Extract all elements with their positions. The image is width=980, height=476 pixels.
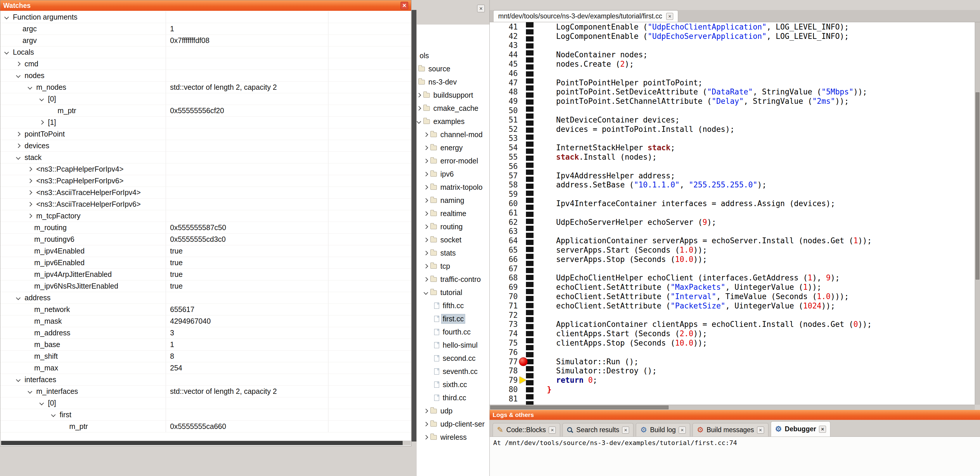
watch-row[interactable]: <ns3::AsciiTraceHelperForIpv4> <box>0 187 411 198</box>
code-text[interactable]: ApplicationContainer serverApps = echoSe… <box>547 236 872 245</box>
code-line[interactable]: 74 clientApps.Start (Seconds (2.0)); <box>490 329 975 338</box>
chevron-down-icon[interactable] <box>16 73 21 78</box>
chevron-right-icon[interactable] <box>424 409 428 414</box>
chevron-right-icon[interactable] <box>28 202 32 207</box>
tree-item[interactable]: channel-mod <box>417 128 489 141</box>
watch-row[interactable]: m_nodesstd::vector of length 2, capacity… <box>0 81 411 93</box>
tree-item[interactable]: first.cc <box>417 312 489 326</box>
code-text[interactable]: Simulator::Run (); <box>547 357 638 366</box>
close-icon[interactable]: × <box>622 426 629 434</box>
code-line[interactable]: 42 LogComponentEnable ("UdpEchoServerApp… <box>490 32 975 41</box>
tree-item[interactable]: udp <box>417 404 489 417</box>
tree-item[interactable]: examples <box>417 115 489 128</box>
watch-row[interactable]: nodes <box>0 70 411 81</box>
watch-row[interactable]: m_shift8 <box>0 351 411 362</box>
scrollbar-thumb[interactable] <box>975 93 979 280</box>
code-line[interactable]: 81 <box>490 394 975 404</box>
watch-row[interactable]: m_ipv4ArpJitterEnabledtrue <box>0 269 411 280</box>
chevron-right-icon[interactable] <box>424 238 428 243</box>
tree-item[interactable]: socket <box>417 233 489 246</box>
code-line[interactable]: 54 InternetStackHelper stack; <box>490 143 975 152</box>
watch-row[interactable]: m_ptr0x55555556cf20 <box>0 105 411 117</box>
chevron-down-icon[interactable] <box>51 412 56 417</box>
code-line[interactable]: 52 devices = pointToPoint.Install (nodes… <box>490 125 975 134</box>
code-line[interactable]: 69 echoClient.SetAttribute ("MaxPackets"… <box>490 283 975 292</box>
code-line[interactable]: 55 stack.Install (nodes); <box>490 152 975 162</box>
code-text[interactable]: } <box>547 385 552 394</box>
tree-item[interactable]: realtime <box>417 207 489 220</box>
chevron-right-icon[interactable] <box>424 198 428 203</box>
watch-row[interactable]: <ns3::AsciiTraceHelperForIpv6> <box>0 198 411 210</box>
logs-tab-debugger[interactable]: ⚙Debugger× <box>771 421 831 436</box>
watch-row[interactable]: <ns3::PcapHelperForIpv6> <box>0 175 411 187</box>
tree-item[interactable]: source <box>417 62 489 75</box>
editor-horizontal-scrollbar[interactable] <box>490 405 975 410</box>
chevron-right-icon[interactable] <box>424 264 428 269</box>
watch-row[interactable]: argv0x7fffffffdf08 <box>0 35 411 46</box>
scrollbar-thumb[interactable] <box>412 10 416 441</box>
logs-tab-code-blocks[interactable]: ✎Code::Blocks× <box>493 423 560 436</box>
code-text[interactable]: Ipv4InterfaceContainer interfaces = addr… <box>547 199 835 208</box>
watch-row[interactable]: Function arguments <box>0 11 411 23</box>
tree-item[interactable]: traffic-contro <box>417 273 489 286</box>
watch-row[interactable]: interfaces <box>0 374 411 386</box>
chevron-right-icon[interactable] <box>424 133 428 137</box>
code-line[interactable]: 76 <box>490 348 975 357</box>
chevron-right-icon[interactable] <box>424 277 428 282</box>
watch-row[interactable]: <ns3::PcapHelperForIpv4> <box>0 163 411 175</box>
watch-row[interactable]: cmd <box>0 58 411 70</box>
watch-row[interactable]: m_routingv60x5555555cd3c0 <box>0 233 411 245</box>
chevron-right-icon[interactable] <box>40 120 44 125</box>
close-icon[interactable]: × <box>757 426 764 434</box>
tree-item[interactable]: energy <box>417 141 489 154</box>
logs-titlebar[interactable]: Logs & others <box>490 410 980 420</box>
chevron-down-icon[interactable] <box>40 97 44 101</box>
code-line[interactable]: 66 serverApps.Stop (Seconds (10.0)); <box>490 255 975 264</box>
code-line[interactable]: 73 ApplicationContainer clientApps = ech… <box>490 320 975 329</box>
logs-tab-search-results[interactable]: Search results× <box>562 423 633 436</box>
chevron-down-icon[interactable] <box>16 377 21 382</box>
code-line[interactable]: 53 <box>490 134 975 143</box>
close-icon[interactable]: × <box>666 13 673 20</box>
code-text[interactable]: echoClient.SetAttribute ("Interval", Tim… <box>547 292 849 301</box>
tree-item[interactable]: matrix-topolo <box>417 181 489 194</box>
chevron-right-icon[interactable] <box>424 185 428 190</box>
code-text[interactable]: UdpEchoClientHelper echoClient (interfac… <box>547 273 840 282</box>
chevron-down-icon[interactable] <box>417 119 421 124</box>
code-text[interactable]: Simulator::Destroy (); <box>547 366 657 375</box>
watch-row[interactable]: m_base1 <box>0 339 411 351</box>
code-line[interactable]: 61 <box>490 208 975 217</box>
chevron-down-icon[interactable] <box>16 296 21 300</box>
watch-row[interactable]: pointToPoint <box>0 128 411 140</box>
code-line[interactable]: 58 address.SetBase ("10.1.1.0", "255.255… <box>490 180 975 190</box>
code-line[interactable]: 72 <box>490 310 975 320</box>
tree-item[interactable]: routing <box>417 220 489 233</box>
watch-row[interactable]: m_max254 <box>0 362 411 374</box>
code-line[interactable]: 57 Ipv4AddressHelper address; <box>490 171 975 180</box>
watch-row[interactable]: m_ipv4Enabledtrue <box>0 245 411 257</box>
code-line[interactable]: 51 NetDeviceContainer devices; <box>490 115 975 125</box>
code-text[interactable]: NodeContainer nodes; <box>547 50 648 59</box>
chevron-right-icon[interactable] <box>424 251 428 256</box>
chevron-right-icon[interactable] <box>424 225 428 229</box>
tree-item[interactable]: ols <box>417 49 489 62</box>
code-text[interactable]: LogComponentEnable ("UdpEchoClientApplic… <box>547 22 849 31</box>
tree-item[interactable]: tutorial <box>417 286 489 299</box>
code-line[interactable]: 63 <box>490 227 975 236</box>
tree-item[interactable]: cmake_cache <box>417 102 489 115</box>
watches-titlebar[interactable]: Watches × <box>0 0 411 11</box>
watch-row[interactable]: m_mask4294967040 <box>0 315 411 327</box>
chevron-down-icon[interactable] <box>5 50 9 55</box>
code-text[interactable]: nodes.Create (2); <box>547 60 634 69</box>
code-line[interactable]: 70 echoClient.SetAttribute ("Interval", … <box>490 292 975 301</box>
tree-item[interactable]: hello-simul <box>417 339 489 352</box>
code-line[interactable]: 78 Simulator::Destroy (); <box>490 366 975 375</box>
tree-item[interactable]: tcp <box>417 260 489 273</box>
watch-row[interactable]: m_address3 <box>0 327 411 339</box>
code-line[interactable]: 75 clientApps.Stop (Seconds (10.0)); <box>490 338 975 348</box>
scrollbar-thumb[interactable] <box>490 406 668 409</box>
code-line[interactable]: 47 PointToPointHelper pointToPoint; <box>490 78 975 88</box>
chevron-down-icon[interactable] <box>16 155 21 160</box>
tree-item[interactable]: wireless <box>417 431 489 444</box>
code-line[interactable]: 49 pointToPoint.SetChannelAttribute ("De… <box>490 96 975 106</box>
